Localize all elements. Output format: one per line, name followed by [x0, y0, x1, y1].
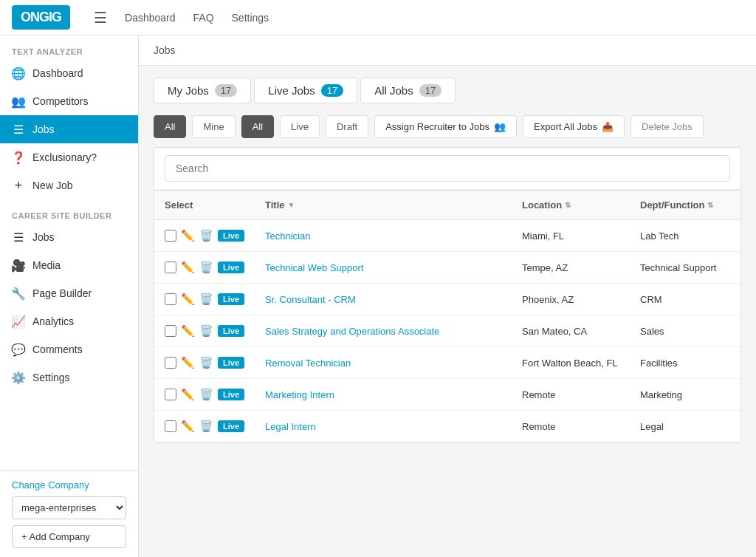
- assign-recruiter-button[interactable]: Assign Recruiter to Jobs 👥: [374, 115, 517, 138]
- sidebar: TEXT ANALYZER 🌐 Dashboard 👥 Competitors …: [0, 35, 139, 557]
- edit-icon[interactable]: ✏️: [181, 261, 195, 274]
- table-body: ✏️ 🗑️ Live Technician Miami, FL Lab Tech…: [154, 220, 740, 442]
- row-checkbox[interactable]: [165, 389, 176, 400]
- edit-icon[interactable]: ✏️: [181, 229, 195, 242]
- company-select[interactable]: mega-enterprises other-company: [12, 496, 126, 519]
- cell-select: ✏️ 🗑️ Live: [154, 220, 255, 252]
- sidebar-item-analytics[interactable]: 📈 Analytics: [0, 307, 138, 335]
- delete-icon[interactable]: 🗑️: [199, 356, 213, 369]
- edit-icon[interactable]: ✏️: [181, 420, 195, 433]
- table-row: ✏️ 🗑️ Live Legal Intern Remote Legal: [154, 411, 740, 442]
- col-header-location[interactable]: Location ⇅: [512, 191, 630, 220]
- table-row: ✏️ 🗑️ Live Marketing Intern Remote Marke…: [154, 379, 740, 411]
- row-checkbox[interactable]: [165, 325, 176, 337]
- delete-icon[interactable]: 🗑️: [199, 324, 213, 338]
- job-title-link[interactable]: Marketing Intern: [265, 389, 334, 400]
- tab-my-jobs[interactable]: My Jobs 17: [154, 78, 251, 103]
- edit-icon[interactable]: ✏️: [181, 388, 195, 401]
- table-row: ✏️ 🗑️ Live Sr. Consultant - CRM Phoenix,…: [154, 284, 740, 315]
- sidebar-item-page-builder[interactable]: 🔧 Page Builder: [0, 279, 138, 307]
- status-badge: Live: [218, 325, 244, 337]
- table-row: ✏️ 🗑️ Live Removal Technician Fort Walto…: [154, 347, 740, 379]
- delete-icon[interactable]: 🗑️: [199, 420, 213, 433]
- add-company-button[interactable]: + Add Company: [12, 525, 126, 548]
- delete-icon[interactable]: 🗑️: [199, 388, 213, 401]
- cell-dept: Legal: [630, 411, 740, 442]
- row-checkbox[interactable]: [165, 357, 176, 369]
- jobs-table: Select Title ▼ Location: [154, 190, 740, 442]
- sidebar-item-settings[interactable]: ⚙️ Settings: [0, 363, 138, 392]
- row-checkbox[interactable]: [165, 293, 176, 305]
- tab-live-jobs[interactable]: Live Jobs 17: [254, 78, 357, 103]
- sidebar-item-label: Page Builder: [32, 287, 92, 299]
- job-title-link[interactable]: Technical Web Support: [265, 262, 363, 273]
- export-jobs-button[interactable]: Export All Jobs 📤: [523, 115, 625, 138]
- sidebar-item-media[interactable]: 🎥 Media: [0, 251, 138, 279]
- sidebar-item-competitors[interactable]: 👥 Competitors: [0, 87, 138, 115]
- row-checkbox[interactable]: [165, 420, 176, 432]
- job-title-link[interactable]: Sr. Consultant - CRM: [265, 294, 356, 305]
- delete-jobs-button[interactable]: Delete Jobs: [630, 115, 704, 138]
- filter-all-1[interactable]: All: [154, 115, 186, 138]
- filter-row: All Mine All Live Draft Assign Recruiter…: [154, 115, 741, 138]
- nav-dashboard[interactable]: Dashboard: [125, 12, 176, 24]
- cell-dept: CRM: [630, 284, 740, 315]
- sidebar-item-label: Media: [32, 259, 61, 271]
- tab-all-jobs[interactable]: All Jobs 17: [360, 78, 456, 103]
- change-company-link[interactable]: Change Company: [12, 479, 126, 491]
- status-badge: Live: [218, 262, 244, 273]
- job-title-link[interactable]: Removal Technician: [265, 358, 351, 369]
- status-badge: Live: [218, 230, 244, 242]
- col-header-dept[interactable]: Dept/Function ⇅: [630, 191, 740, 220]
- breadcrumb: Jobs: [139, 35, 756, 66]
- cell-dept: Marketing: [630, 379, 740, 411]
- dashboard-icon: 🌐: [12, 66, 25, 80]
- settings-icon: ⚙️: [12, 371, 25, 384]
- logo: ONGIG: [12, 5, 70, 30]
- sidebar-item-jobs[interactable]: ☰ Jobs: [0, 115, 138, 143]
- nav-settings[interactable]: Settings: [232, 12, 269, 24]
- cell-select: ✏️ 🗑️ Live: [154, 284, 255, 315]
- edit-icon[interactable]: ✏️: [181, 324, 195, 338]
- sidebar-item-career-jobs[interactable]: ☰ Jobs: [0, 223, 138, 251]
- dept-sort-icon: ⇅: [707, 201, 713, 209]
- row-checkbox[interactable]: [165, 262, 176, 273]
- location-sort-icon: ⇅: [565, 201, 571, 209]
- status-badge: Live: [218, 357, 244, 369]
- media-icon: 🎥: [12, 259, 25, 272]
- nav-faq[interactable]: FAQ: [193, 12, 214, 24]
- edit-icon[interactable]: ✏️: [181, 293, 195, 306]
- delete-icon[interactable]: 🗑️: [199, 229, 213, 242]
- sidebar-bottom: Change Company mega-enterprises other-co…: [0, 470, 138, 557]
- job-title-link[interactable]: Technician: [265, 230, 310, 242]
- filter-live[interactable]: Live: [280, 115, 320, 138]
- sidebar-item-dashboard[interactable]: 🌐 Dashboard: [0, 59, 138, 87]
- sidebar-item-exclusionary[interactable]: ❓ Exclusionary?: [0, 143, 138, 171]
- job-title-link[interactable]: Sales Strategy and Operations Associate: [265, 326, 439, 337]
- exclusionary-icon: ❓: [12, 151, 25, 164]
- cell-location: San Mateo, CA: [512, 315, 630, 347]
- filter-all-2[interactable]: All: [241, 115, 274, 138]
- delete-icon[interactable]: 🗑️: [199, 293, 213, 306]
- col-header-title[interactable]: Title ▼: [255, 191, 512, 220]
- job-title-link[interactable]: Legal Intern: [265, 421, 316, 432]
- cell-select: ✏️ 🗑️ Live: [154, 315, 255, 347]
- assign-recruiter-icon: 👥: [494, 121, 506, 132]
- edit-icon[interactable]: ✏️: [181, 356, 195, 369]
- sidebar-item-comments[interactable]: 💬 Comments: [0, 335, 138, 363]
- cell-location: Fort Walton Beach, FL: [512, 347, 630, 379]
- jobs-container: My Jobs 17 Live Jobs 17 All Jobs 17 All …: [139, 66, 756, 557]
- filter-mine[interactable]: Mine: [192, 115, 235, 138]
- cell-title: Sr. Consultant - CRM: [255, 284, 512, 315]
- jobs-icon: ☰: [12, 123, 25, 136]
- hamburger-icon[interactable]: ☰: [94, 9, 107, 27]
- row-checkbox[interactable]: [165, 230, 176, 242]
- assign-recruiter-label: Assign Recruiter to Jobs: [385, 121, 489, 132]
- sidebar-item-new-job[interactable]: + New Job: [0, 171, 138, 199]
- filter-draft[interactable]: Draft: [326, 115, 368, 138]
- status-badge: Live: [218, 389, 244, 400]
- delete-icon[interactable]: 🗑️: [199, 261, 213, 274]
- cell-location: Remote: [512, 411, 630, 442]
- cell-select: ✏️ 🗑️ Live: [154, 411, 255, 442]
- search-input[interactable]: [165, 155, 730, 182]
